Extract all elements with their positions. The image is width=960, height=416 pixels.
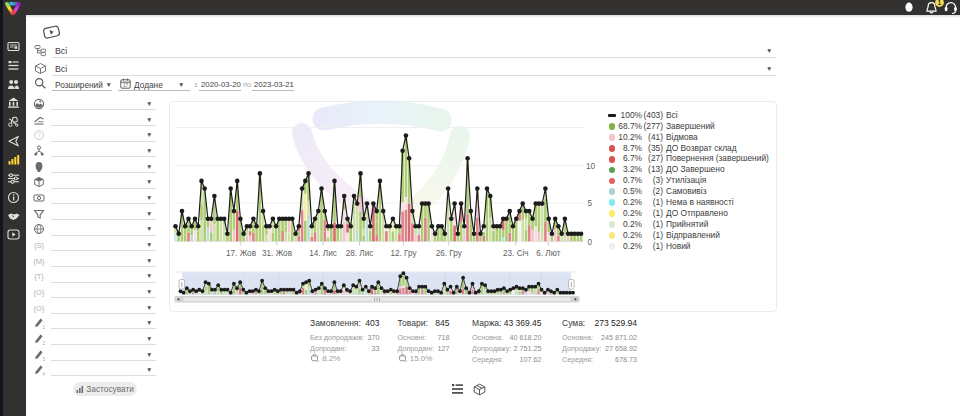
svg-text:x: x xyxy=(405,359,407,362)
svg-text:x: x xyxy=(317,359,319,362)
